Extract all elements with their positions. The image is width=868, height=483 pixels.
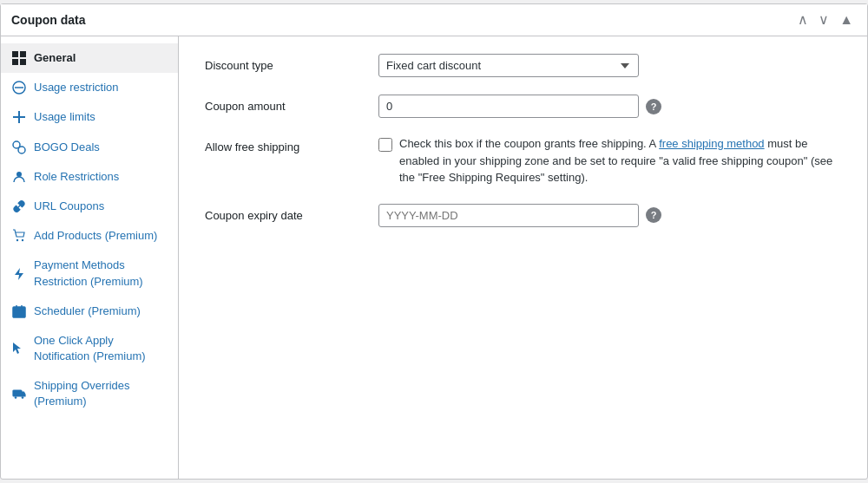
panel-controls: ∧ ∨ ▲ [794, 11, 857, 29]
sidebar-item-url-coupons[interactable]: URL Coupons [1, 192, 178, 221]
user-icon [11, 169, 27, 185]
svg-point-10 [16, 172, 22, 177]
link-icon [11, 199, 27, 214]
sidebar-item-usage-restriction[interactable]: Usage restriction [1, 73, 178, 102]
coupon-amount-label: Coupon amount [205, 95, 361, 113]
discount-type-label: Discount type [205, 54, 361, 72]
coupon-expiry-date-input[interactable] [378, 204, 639, 227]
svg-point-21 [22, 397, 24, 400]
coupon-amount-field: ? [378, 95, 841, 118]
svg-marker-18 [13, 343, 21, 354]
svg-rect-19 [13, 390, 22, 396]
coupon-amount-help-icon[interactable]: ? [646, 99, 661, 114]
coupon-amount-input[interactable] [378, 95, 639, 118]
ban-icon [11, 80, 27, 95]
toggle-button[interactable]: ▲ [836, 11, 857, 29]
sidebar-item-label-usage-restriction: Usage restriction [34, 80, 168, 95]
calendar-icon [11, 304, 27, 319]
discount-type-field: Percentage discount Fixed cart discount … [378, 54, 841, 77]
coupon-expiry-date-label: Coupon expiry date [205, 204, 361, 222]
panel-body: General Usage restriction [1, 36, 867, 479]
discount-type-select[interactable]: Percentage discount Fixed cart discount … [378, 54, 639, 77]
sidebar-item-label-shipping-overrides: Shipping Overrides (Premium) [34, 378, 168, 409]
coupon-expiry-date-help-icon[interactable]: ? [646, 207, 661, 223]
allow-free-shipping-label: Allow free shipping [205, 135, 361, 153]
collapse-button[interactable]: ∧ [794, 11, 812, 29]
sidebar-item-one-click-apply[interactable]: One Click Apply Notification (Premium) [1, 326, 178, 371]
sidebar-item-label-url-coupons: URL Coupons [34, 199, 168, 214]
bolt-icon [11, 266, 27, 282]
free-shipping-text: Check this box if the coupon grants free… [399, 135, 841, 186]
coupon-amount-row: Coupon amount ? [205, 95, 841, 118]
sidebar-item-label-role-restrictions: Role Restrictions [34, 169, 168, 185]
discount-type-row: Discount type Percentage discount Fixed … [205, 54, 841, 77]
svg-point-20 [15, 397, 17, 400]
coupon-expiry-date-row: Coupon expiry date ? [205, 204, 841, 227]
svg-point-11 [16, 239, 18, 241]
sidebar-item-shipping-overrides[interactable]: Shipping Overrides (Premium) [1, 371, 178, 416]
free-shipping-text-before: Check this box if the coupon grants free… [399, 137, 659, 150]
main-content: Discount type Percentage discount Fixed … [179, 36, 867, 479]
svg-rect-2 [12, 59, 18, 65]
sidebar-item-add-products[interactable]: Add Products (Premium) [1, 221, 178, 251]
expand-button[interactable]: ∨ [815, 11, 832, 29]
sidebar-item-general[interactable]: General [1, 43, 178, 73]
svg-point-12 [22, 239, 23, 241]
sidebar-item-label-usage-limits: Usage limits [34, 109, 168, 125]
sidebar-item-bogo-deals[interactable]: BOGO Deals [1, 133, 178, 162]
svg-point-9 [18, 147, 25, 153]
cursor-icon [11, 341, 27, 356]
allow-free-shipping-checkbox[interactable] [378, 138, 392, 152]
coupon-panel: Coupon data ∧ ∨ ▲ General [0, 3, 868, 480]
sidebar-item-usage-limits[interactable]: Usage limits [1, 102, 178, 132]
free-shipping-content: Check this box if the coupon grants free… [378, 135, 841, 186]
free-shipping-method-link[interactable]: free shipping method [659, 137, 764, 150]
svg-rect-0 [12, 51, 18, 57]
svg-rect-14 [13, 307, 25, 317]
sidebar-item-label-scheduler: Scheduler (Premium) [34, 304, 168, 319]
bogo-icon [11, 140, 27, 155]
grid-icon [11, 50, 27, 66]
allow-free-shipping-row: Allow free shipping Check this box if th… [205, 135, 841, 186]
panel-title: Coupon data [11, 13, 86, 27]
plus-icon [11, 109, 27, 125]
svg-rect-3 [20, 59, 26, 65]
svg-marker-13 [15, 268, 23, 280]
truck-icon [11, 386, 27, 401]
sidebar-item-label-bogo-deals: BOGO Deals [34, 140, 168, 155]
coupon-expiry-date-field: ? [378, 204, 841, 227]
sidebar-item-label-one-click-apply: One Click Apply Notification (Premium) [34, 333, 168, 364]
sidebar-item-label-payment-methods: Payment Methods Restriction (Premium) [34, 258, 168, 289]
sidebar-item-label-general: General [34, 50, 168, 66]
sidebar-item-role-restrictions[interactable]: Role Restrictions [1, 162, 178, 192]
svg-rect-1 [20, 51, 26, 57]
allow-free-shipping-field: Check this box if the coupon grants free… [378, 135, 841, 186]
cart-icon [11, 228, 27, 244]
sidebar-item-scheduler[interactable]: Scheduler (Premium) [1, 297, 178, 326]
sidebar-item-label-add-products: Add Products (Premium) [34, 228, 168, 244]
sidebar: General Usage restriction [1, 36, 179, 479]
panel-header: Coupon data ∧ ∨ ▲ [1, 4, 867, 36]
sidebar-item-payment-methods[interactable]: Payment Methods Restriction (Premium) [1, 251, 178, 296]
